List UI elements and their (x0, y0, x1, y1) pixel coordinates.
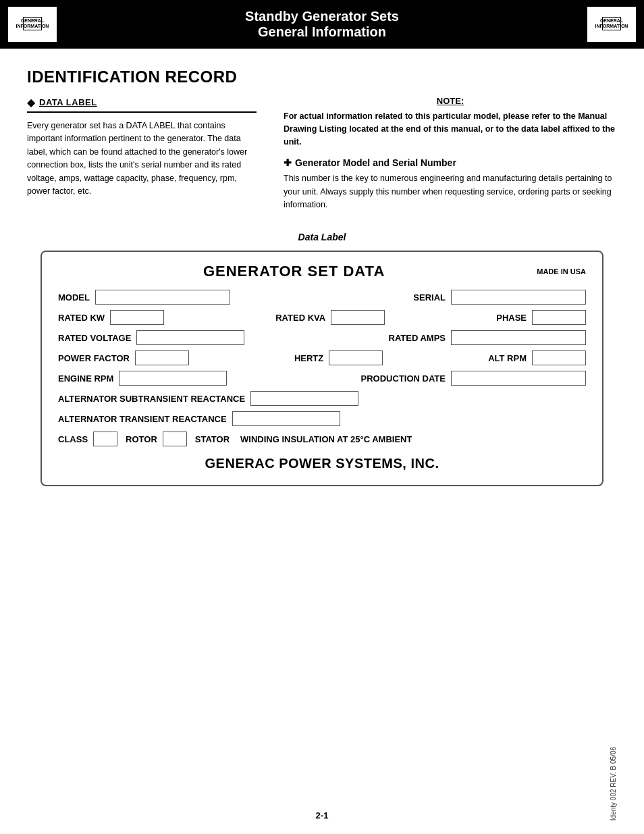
data-label-caption: Data Label (27, 232, 617, 242)
alternator-sub-field-box (250, 391, 358, 406)
model-serial-row: MODEL SERIAL (58, 290, 586, 305)
alt-rpm-field-box (532, 350, 586, 365)
hertz-field-box (329, 350, 383, 365)
rated-voltage-amps-row: RATED VOLTAGE RATED AMPS (58, 330, 586, 345)
serial-label: SERIAL (413, 292, 446, 303)
logo-icon-left: GENERALINFORMATION (23, 17, 42, 30)
engine-rpm-prod-date-row: ENGINE RPM PRODUCTION DATE (58, 371, 586, 386)
alternator-trans-label: ALTERNATOR TRANSIENT REACTANCE (58, 414, 227, 424)
rated-voltage-label: RATED VOLTAGE (58, 333, 131, 343)
data-label-card: GENERATOR SET DATA MADE IN USA MODEL SER… (41, 251, 603, 486)
page-number: 2-1 (223, 810, 420, 820)
production-date-field-box (451, 371, 586, 386)
alternator-sub-label: ALTERNATOR SUBTRANSIENT REACTANCE (58, 394, 245, 404)
right-column: NOTE: For actual information related to … (284, 96, 617, 211)
note-label: NOTE: (284, 96, 617, 106)
class-label: CLASS (58, 434, 88, 444)
logo-icon-right: GENERALINFORMATION (602, 17, 621, 30)
card-footer: GENERAC POWER SYSTEMS, INC. (58, 456, 586, 471)
rated-voltage-field-box (136, 330, 244, 345)
rated-kw-kva-phase-row: RATED KW RATED KVA PHASE (58, 310, 586, 325)
rated-kw-field-box (110, 310, 164, 325)
card-title-row: GENERATOR SET DATA MADE IN USA (58, 263, 586, 280)
class-field-box (93, 432, 117, 446)
page-footer: 2-1 Identy 002 REV. B 05/06 (0, 747, 644, 820)
rated-kw-label: RATED KW (58, 313, 105, 323)
cross-icon: ✚ (284, 157, 292, 168)
doc-ref: Identy 002 REV. B 05/06 (610, 747, 617, 820)
winding-label: WINDING INSULATION AT 25°C AMBIENT (240, 434, 412, 444)
two-column-layout: ◆ DATA LABEL Every generator set has a D… (27, 96, 617, 211)
hertz-label: HERTZ (294, 353, 323, 363)
serial-field-box (451, 290, 586, 305)
header-title-line2: General Information (57, 24, 587, 40)
rated-kva-label: RATED KVA (275, 313, 325, 323)
page-header: GENERALINFORMATION Standby Generator Set… (0, 0, 644, 49)
header-title: Standby Generator Sets General Informati… (57, 9, 587, 40)
data-label-body: Every generator set has a DATA LABEL tha… (27, 120, 257, 198)
power-factor-field-box (135, 350, 189, 365)
engine-rpm-field-box (119, 371, 227, 386)
class-rotor-stator-row: CLASS ROTOR STATOR WINDING INSULATION AT… (58, 432, 586, 446)
power-factor-hertz-altrpm-row: POWER FACTOR HERTZ ALT RPM (58, 350, 586, 365)
logo-text-right: GENERALINFORMATION (595, 18, 628, 28)
header-logo-right: GENERALINFORMATION (587, 7, 636, 42)
model-label: MODEL (58, 292, 90, 303)
left-column: ◆ DATA LABEL Every generator set has a D… (27, 96, 257, 211)
main-content: IDENTIFICATION RECORD ◆ DATA LABEL Every… (0, 49, 644, 513)
phase-label: PHASE (496, 313, 527, 323)
header-logo-left: GENERALINFORMATION (8, 7, 57, 42)
production-date-label: PRODUCTION DATE (361, 373, 446, 384)
generator-model-heading: ✚ Generator Model and Serial Number (284, 157, 617, 168)
engine-rpm-label: ENGINE RPM (58, 373, 113, 384)
rotor-field-box (163, 432, 187, 446)
rotor-label: ROTOR (126, 434, 157, 444)
alternator-trans-row: ALTERNATOR TRANSIENT REACTANCE (58, 411, 586, 426)
card-title: GENERATOR SET DATA (58, 263, 530, 280)
generator-model-body: This number is the key to numerous engin… (284, 172, 617, 211)
diamond-icon: ◆ (27, 96, 35, 109)
power-factor-label: POWER FACTOR (58, 353, 130, 363)
model-field-box (95, 290, 230, 305)
data-label-section-header: ◆ DATA LABEL (27, 96, 257, 113)
data-label-heading: DATA LABEL (39, 97, 97, 107)
header-title-line1: Standby Generator Sets (57, 9, 587, 24)
logo-text-left: GENERALINFORMATION (16, 18, 49, 28)
rated-kva-field-box (331, 310, 385, 325)
page-title: IDENTIFICATION RECORD (27, 68, 617, 86)
alternator-sub-row: ALTERNATOR SUBTRANSIENT REACTANCE (58, 391, 586, 406)
made-in-usa: MADE IN USA (537, 267, 586, 276)
alt-rpm-label: ALT RPM (488, 353, 527, 363)
note-text: For actual information related to this p… (284, 110, 617, 148)
generator-model-heading-text: Generator Model and Serial Number (295, 157, 456, 168)
stator-label: STATOR (195, 434, 230, 444)
phase-field-box (532, 310, 586, 325)
rated-amps-field-box (451, 330, 586, 345)
rated-amps-label: RATED AMPS (389, 333, 446, 343)
alternator-trans-field-box (232, 411, 340, 426)
